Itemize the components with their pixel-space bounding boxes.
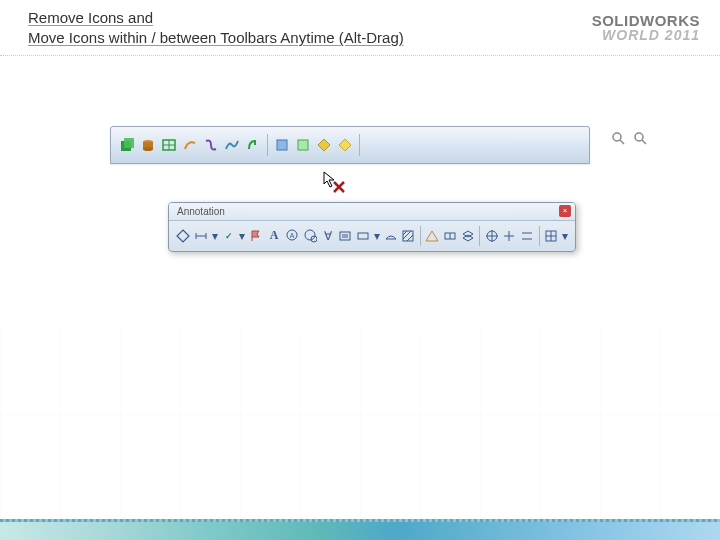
- box-green-icon[interactable]: [117, 135, 137, 155]
- slide-title: Remove Icons and Move Icons within / bet…: [28, 8, 404, 49]
- dropdown-icon[interactable]: ▾: [560, 226, 569, 246]
- diamond-icon[interactable]: [314, 135, 334, 155]
- spellcheck-icon[interactable]: ✓: [220, 226, 237, 246]
- footer-bar: [0, 520, 720, 540]
- close-icon[interactable]: ×: [559, 205, 571, 217]
- zoom-icons: [610, 130, 650, 148]
- svg-line-13: [620, 140, 624, 144]
- rect-note-icon[interactable]: [355, 226, 372, 246]
- svg-point-4: [143, 147, 153, 151]
- edit-a-icon[interactable]: [272, 135, 292, 155]
- tolerance-icon[interactable]: [442, 226, 459, 246]
- toolbar-screenshot: Annotation × ▾ ✓ ▾ A A ∀ ▾: [110, 126, 590, 164]
- svg-point-24: [305, 230, 315, 240]
- annotation-toolbar-title: Annotation: [177, 206, 225, 217]
- toolbar-separator: [539, 226, 540, 246]
- svg-line-15: [642, 140, 646, 144]
- table-icon[interactable]: [159, 135, 179, 155]
- warn-icon[interactable]: [424, 226, 441, 246]
- toolbar-separator: [359, 134, 360, 156]
- main-toolbar: [110, 126, 590, 164]
- svg-point-12: [613, 133, 621, 141]
- symbol-icon[interactable]: ∀: [319, 226, 336, 246]
- svg-marker-10: [318, 139, 330, 151]
- svg-marker-35: [426, 231, 438, 241]
- toolbar-separator: [267, 134, 268, 156]
- svg-line-32: [403, 231, 407, 235]
- title-line-1: Remove Icons and: [28, 9, 153, 26]
- target-icon[interactable]: [483, 226, 500, 246]
- hatch-icon[interactable]: [400, 226, 417, 246]
- svg-rect-8: [277, 140, 287, 150]
- curve-sweep-icon[interactable]: [180, 135, 200, 155]
- background-grid: [0, 330, 720, 520]
- dropdown-icon[interactable]: ▾: [211, 226, 220, 246]
- balloon-b-icon[interactable]: [301, 226, 318, 246]
- annotation-toolbar-title-bar[interactable]: Annotation ×: [169, 203, 575, 221]
- svg-marker-11: [339, 139, 351, 151]
- diamond-yellow-icon[interactable]: [335, 135, 355, 155]
- curve-hook-icon[interactable]: [243, 135, 263, 155]
- svg-line-34: [407, 235, 413, 241]
- dropdown-icon[interactable]: ▾: [373, 226, 382, 246]
- note-icon[interactable]: [337, 226, 354, 246]
- center-b-icon[interactable]: [519, 226, 536, 246]
- diamond-tool-icon[interactable]: [175, 226, 192, 246]
- svg-marker-39: [463, 235, 473, 241]
- svg-text:A: A: [289, 232, 294, 239]
- edit-b-icon[interactable]: [293, 135, 313, 155]
- svg-point-14: [635, 133, 643, 141]
- dropdown-icon[interactable]: ▾: [238, 226, 247, 246]
- title-line-2: Move Icons within / between Toolbars Any…: [28, 29, 404, 46]
- svg-point-25: [311, 236, 317, 242]
- svg-marker-38: [463, 231, 473, 237]
- annotation-toolbar[interactable]: Annotation × ▾ ✓ ▾ A A ∀ ▾: [168, 202, 576, 252]
- grid-icon[interactable]: [542, 226, 559, 246]
- surface-icon[interactable]: [382, 226, 399, 246]
- svg-marker-18: [177, 230, 189, 242]
- svg-rect-26: [340, 232, 350, 240]
- note-a-icon[interactable]: A: [266, 226, 283, 246]
- center-a-icon[interactable]: [501, 226, 518, 246]
- annotation-toolbar-row: ▾ ✓ ▾ A A ∀ ▾: [169, 221, 575, 251]
- remove-x-icon: [332, 180, 346, 197]
- slide-header: Remove Icons and Move Icons within / bet…: [0, 0, 720, 56]
- curve-s-icon[interactable]: [201, 135, 221, 155]
- content-area: Annotation × ▾ ✓ ▾ A A ∀ ▾: [0, 56, 720, 164]
- spline-icon[interactable]: [222, 135, 242, 155]
- zoom-in-icon[interactable]: [610, 130, 628, 148]
- cylinder-icon[interactable]: [138, 135, 158, 155]
- toolbar-separator: [479, 226, 480, 246]
- balloon-a-icon[interactable]: A: [283, 226, 300, 246]
- logo-sub: WORLD 2011: [592, 27, 700, 43]
- flag-icon[interactable]: [248, 226, 265, 246]
- svg-rect-9: [298, 140, 308, 150]
- layer-icon[interactable]: [459, 226, 476, 246]
- svg-rect-1: [124, 138, 134, 148]
- logo-block: SOLIDWORKS WORLD 2011: [592, 8, 700, 43]
- zoom-out-icon[interactable]: [632, 130, 650, 148]
- svg-rect-29: [358, 233, 368, 239]
- toolbar-separator: [420, 226, 421, 246]
- dim-icon[interactable]: [193, 226, 210, 246]
